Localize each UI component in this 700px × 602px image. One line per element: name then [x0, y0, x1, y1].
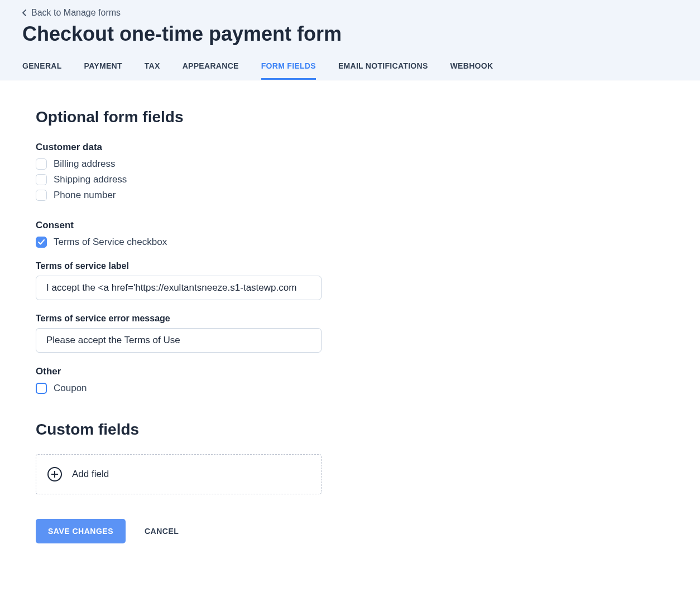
- tab-general[interactable]: GENERAL: [22, 61, 62, 80]
- add-field-button[interactable]: Add field: [36, 454, 322, 494]
- custom-fields-title: Custom fields: [36, 421, 344, 439]
- back-link[interactable]: Back to Manage forms: [22, 8, 121, 18]
- add-field-label: Add field: [72, 469, 109, 480]
- consent-item-row: Terms of Service checkbox: [36, 237, 344, 248]
- optional-fields-title: Optional form fields: [36, 108, 344, 126]
- customer-data-item-checkbox[interactable]: [36, 190, 47, 201]
- customer-data-item-row: Shipping address: [36, 174, 344, 185]
- plus-circle-icon: [47, 467, 62, 481]
- tos-label-field-label: Terms of service label: [36, 261, 344, 271]
- save-button[interactable]: SAVE CHANGES: [36, 519, 126, 543]
- customer-data-item-checkbox[interactable]: [36, 174, 47, 185]
- consent-item-label: Terms of Service checkbox: [54, 237, 167, 248]
- tos-error-input[interactable]: [36, 328, 322, 353]
- consent-label: Consent: [36, 220, 344, 231]
- customer-data-item-label: Billing address: [54, 158, 116, 170]
- tab-email-notifications[interactable]: EMAIL NOTIFICATIONS: [338, 61, 428, 80]
- customer-data-item-row: Billing address: [36, 158, 344, 170]
- customer-data-item-label: Phone number: [54, 190, 116, 201]
- tab-form-fields[interactable]: FORM FIELDS: [261, 61, 316, 80]
- tab-payment[interactable]: PAYMENT: [84, 61, 122, 80]
- other-item-row: Coupon: [36, 383, 344, 394]
- page-header: Back to Manage forms Checkout one-time p…: [0, 0, 700, 80]
- tos-error-field-label: Terms of service error message: [36, 314, 344, 324]
- content: Optional form fields Customer data Billi…: [0, 80, 380, 571]
- customer-data-item-label: Shipping address: [54, 174, 127, 185]
- tab-tax[interactable]: TAX: [145, 61, 160, 80]
- tos-label-input[interactable]: [36, 276, 322, 300]
- page-title: Checkout one-time payment form: [22, 22, 678, 46]
- customer-data-item-checkbox[interactable]: [36, 158, 47, 170]
- tab-appearance[interactable]: APPEARANCE: [183, 61, 239, 80]
- tabs: GENERALPAYMENTTAXAPPEARANCEFORM FIELDSEM…: [22, 61, 678, 80]
- cancel-button[interactable]: CANCEL: [145, 527, 179, 536]
- form-actions: SAVE CHANGES CANCEL: [36, 519, 344, 543]
- customer-data-label: Customer data: [36, 142, 344, 153]
- chevron-left-icon: [22, 9, 27, 16]
- other-item-label: Coupon: [54, 383, 87, 394]
- tab-webhook[interactable]: WEBHOOK: [450, 61, 493, 80]
- customer-data-item-row: Phone number: [36, 190, 344, 201]
- other-item-checkbox[interactable]: [36, 383, 47, 394]
- consent-item-checkbox[interactable]: [36, 237, 47, 248]
- back-link-label: Back to Manage forms: [31, 8, 121, 18]
- other-label: Other: [36, 366, 344, 377]
